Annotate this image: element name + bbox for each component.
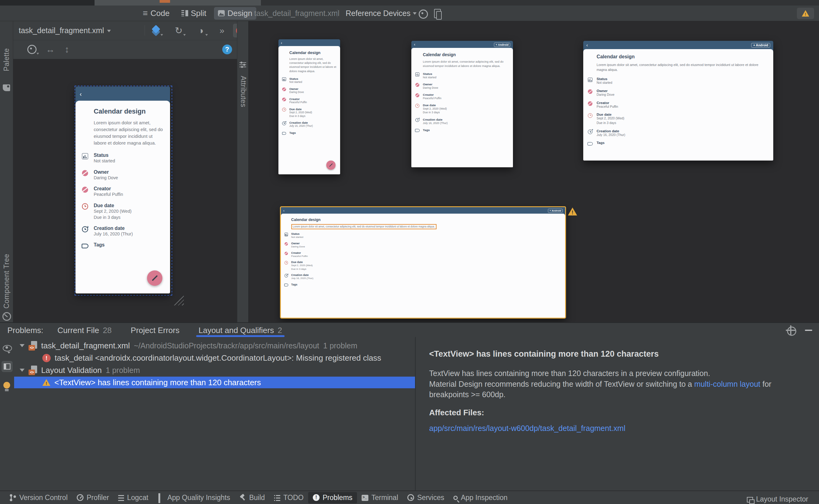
toolbar-item-logcat[interactable]: Logcat <box>114 492 153 503</box>
duplicate-devices-icon[interactable] <box>434 9 441 18</box>
tab-layout-and-qualifiers[interactable]: Layout and Qualifiers 2 <box>199 323 282 338</box>
tree-row-warning-selected[interactable]: <TextView> has lines containing more tha… <box>14 377 415 388</box>
field-value: Peaceful Puffin <box>94 192 123 198</box>
services-play-icon <box>407 494 414 501</box>
problem-description-line1: TextView has lines containing more than … <box>429 368 805 379</box>
toolbar-item-layout-inspector[interactable]: Layout Inspector <box>742 491 813 504</box>
multi-column-layout-link[interactable]: multi-column layout <box>694 380 760 388</box>
tab-split[interactable]: Split <box>177 7 211 20</box>
field-creation-date: +Creation dateJuly 16, 2020 (Thur) <box>81 226 164 237</box>
toolbar-item-build[interactable]: Build <box>235 492 270 503</box>
field-label: Due date <box>423 103 447 107</box>
toolbar-item-app-quality-insights[interactable]: App Quality Insights <box>153 492 235 503</box>
layout-warning-badge[interactable] <box>568 207 577 217</box>
editor-tab-sliver[interactable] <box>95 0 261 6</box>
toolbar-item-services[interactable]: Services <box>403 492 449 503</box>
tag-icon <box>284 283 288 286</box>
file-selector[interactable]: task_detail_fragment.xml <box>19 21 111 40</box>
lightbulb-icon[interactable] <box>3 382 10 389</box>
toolbar-item-todo[interactable]: TODO <box>270 492 308 503</box>
zoom-to-fit-vertical-button[interactable]: ↕ <box>60 43 74 56</box>
todo-list-icon <box>276 495 280 501</box>
field-value: Not started <box>423 76 437 79</box>
task-detail-card: Calendar design Lorem ipsum dolor sit am… <box>281 214 565 318</box>
sidebar-tab-palette[interactable]: Palette <box>2 48 11 71</box>
creator-avatar-icon <box>282 97 286 104</box>
visualization-toggle[interactable] <box>419 10 428 20</box>
preview-file-label[interactable]: task_detail_fragment.xml <box>254 6 340 21</box>
task-detail-card: Calendar design Lorem ipsum dolor sit am… <box>278 46 340 174</box>
reference-devices-dropdown[interactable]: Reference Devices <box>346 6 417 21</box>
toolbar-item-version-control[interactable]: Version Control <box>5 492 72 503</box>
vertical-arrows-icon: ↕ <box>65 44 69 55</box>
tree-row-layout-validation[interactable]: Layout Validation 1 problem <box>14 364 415 376</box>
sliders-icon[interactable] <box>239 62 246 68</box>
field-value: Peaceful Puffin <box>596 105 618 109</box>
field-label: Owner <box>423 83 438 86</box>
field-text: StatusNot started <box>291 232 303 239</box>
tab-design[interactable]: Design <box>214 7 256 20</box>
view-options-button[interactable] <box>25 43 39 56</box>
field-value: Daring Dove <box>94 175 118 181</box>
field-text: Creation dateJuly 16, 2020 (Thur) <box>596 129 625 138</box>
toolbar-item-terminal[interactable]: Terminal <box>357 492 403 503</box>
tab-label: Project Errors <box>131 326 180 335</box>
field-value: July 16, 2020 (Thur) <box>596 133 625 138</box>
field-status: StatusNot started <box>284 232 562 239</box>
tree-row-file[interactable]: task_detail_fragment.xml ~/AndroidStudio… <box>14 339 415 352</box>
field-tags: Tags <box>284 283 562 286</box>
toolbar-item-app-inspection[interactable]: App Inspection <box>449 492 512 503</box>
zoom-to-fit-horizontal-button[interactable]: ↔ <box>43 43 57 56</box>
task-description: Lorem ipsum dolor sit amet, consectetur … <box>596 63 769 72</box>
gear-icon[interactable] <box>787 327 796 336</box>
tab-project-errors[interactable]: Project Errors <box>131 323 180 338</box>
component-tree-icon[interactable] <box>2 312 11 321</box>
sidebar-tab-component-tree[interactable]: Component Tree <box>2 254 11 308</box>
field-value: Sept 2, 2020 (Wed) <box>423 107 447 111</box>
panel-layout-toggle[interactable] <box>2 361 13 372</box>
owner-avatar-icon <box>282 87 286 94</box>
field-due-date: Due dateSept 2, 2020 (Wed)Due in 3 days <box>587 113 769 125</box>
field-value: Due in 3 days <box>94 215 131 221</box>
field-label: Due date <box>596 113 624 116</box>
tree-row-error[interactable]: task_detail <androidx.coordinatorlayout.… <box>14 352 415 364</box>
palette-icon[interactable] <box>3 84 10 91</box>
creator-avatar-icon <box>587 101 593 109</box>
problems-panel-header: Problems: Current File 28 Project Errors… <box>0 322 819 338</box>
field-creation-date: +Creation dateJuly 16, 2020 (Thur) <box>587 129 769 138</box>
field-value: Not started <box>94 158 115 164</box>
chevron-down-icon <box>413 12 417 17</box>
orientation-button[interactable]: ↻ <box>172 24 186 37</box>
reference-device-desktop-warning[interactable]: ‹ + Android Calendar design Lorem ipsum … <box>280 206 566 319</box>
preview-resize-handle[interactable] <box>173 296 184 305</box>
field-label: Status <box>94 153 115 158</box>
help-button[interactable]: ? <box>222 45 232 54</box>
variants-button[interactable] <box>149 24 163 37</box>
toolbar-item-problems[interactable]: Problems <box>308 492 357 503</box>
field-owner: OwnerDaring Dove <box>282 87 337 94</box>
field-value: Peaceful Puffin <box>289 101 307 104</box>
device-app-bar: ‹ + Android <box>281 207 565 214</box>
field-label: Status <box>291 232 303 235</box>
status-icon <box>81 153 89 164</box>
reference-device-tablet[interactable]: ‹ + Android Calendar design Lorem ipsum … <box>583 41 773 161</box>
theme-button[interactable]: ◑ <box>194 24 208 37</box>
minimize-icon[interactable] <box>805 330 812 331</box>
field-value: Daring Dove <box>596 93 614 97</box>
reference-device-phone[interactable]: ‹ + Android Calendar design Lorem ipsum … <box>278 39 340 174</box>
eye-icon[interactable] <box>3 345 12 351</box>
tab-label: Layout and Qualifiers <box>199 326 274 335</box>
affected-file-link[interactable]: app/src/main/res/layout-w600dp/task_deta… <box>429 423 805 434</box>
editor-device-preview[interactable]: ‹ + Android Calendar design Lorem ipsum … <box>76 87 170 293</box>
field-text: CreatorPeaceful Puffin <box>596 101 618 109</box>
reference-device-foldable[interactable]: ‹ + Android Calendar design Lorem ipsum … <box>411 41 513 167</box>
tab-current-file[interactable]: Current File 28 <box>57 323 112 338</box>
toolbar-item-profiler[interactable]: Profiler <box>72 492 114 503</box>
field-label: Creator <box>423 93 441 96</box>
toolbar-warning-toggle[interactable] <box>797 8 814 19</box>
sidebar-tab-attributes[interactable]: Attributes <box>239 76 247 107</box>
overflow-actions-button[interactable]: » <box>216 24 227 37</box>
field-tags: Tags <box>587 141 769 145</box>
tab-split-label: Split <box>191 9 207 18</box>
tab-code[interactable]: ≡ Code <box>139 7 174 20</box>
